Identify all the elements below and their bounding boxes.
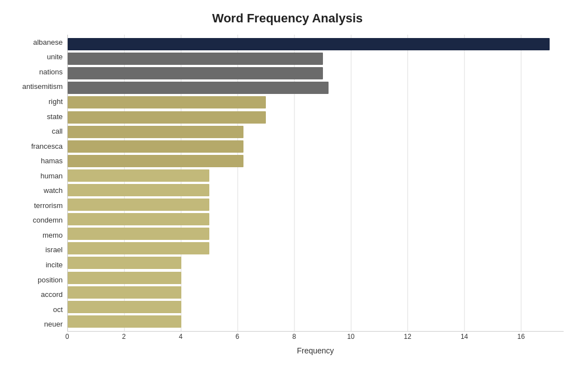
- bar-human: [68, 169, 209, 182]
- y-axis: albaneseunitenationsantisemitismrightsta…: [11, 35, 67, 332]
- bar-row: [68, 256, 564, 270]
- x-tick-label: 0: [65, 333, 69, 341]
- bar-accord: [68, 286, 181, 299]
- bar-row: [68, 197, 564, 212]
- bar-state: [68, 111, 266, 124]
- y-label: human: [11, 172, 63, 180]
- bar-row: [68, 226, 564, 241]
- bar-terrorism: [68, 199, 209, 211]
- y-label: hamas: [11, 157, 63, 164]
- y-label: right: [11, 98, 63, 105]
- y-label: neuer: [11, 320, 63, 328]
- bar-call: [68, 126, 243, 138]
- chart-container: Word Frequency Analysis albaneseunitenat…: [0, 0, 586, 392]
- bar-row: [68, 212, 564, 226]
- bar-right: [68, 96, 266, 108]
- bar-row: [68, 95, 564, 110]
- y-label: israel: [11, 246, 63, 253]
- bar-albanese: [68, 38, 550, 50]
- bar-row: [68, 110, 564, 124]
- x-tick-label: 4: [179, 333, 182, 341]
- bar-row: [68, 300, 564, 314]
- x-tick-label: 6: [236, 333, 240, 341]
- bar-row: [68, 66, 564, 81]
- x-tick-label: 12: [404, 333, 411, 341]
- x-tick-label: 10: [347, 333, 354, 341]
- bar-incite: [68, 257, 181, 269]
- bar-row: [68, 241, 564, 256]
- bar-israel: [68, 242, 209, 254]
- x-ticks: 0246810121416: [67, 333, 564, 344]
- bar-row: [68, 125, 564, 139]
- bar-row: [68, 285, 564, 300]
- bar-row: [68, 81, 564, 95]
- y-label: accord: [11, 291, 63, 298]
- y-label: terrorism: [11, 202, 63, 209]
- chart-title: Word Frequency Analysis: [11, 11, 564, 26]
- x-tick-label: 2: [122, 333, 126, 341]
- bar-row: [68, 314, 564, 329]
- bar-row: [68, 51, 564, 66]
- bars-wrapper: [68, 35, 564, 331]
- bar-condemn: [68, 213, 209, 225]
- bar-unite: [68, 53, 323, 65]
- bar-row: [68, 154, 564, 168]
- x-tick-label: 16: [517, 333, 524, 341]
- y-label: nations: [11, 68, 63, 75]
- y-label: antisemitism: [11, 83, 63, 90]
- y-label: unite: [11, 53, 63, 60]
- x-axis-label: Frequency: [67, 346, 564, 355]
- bar-oct: [68, 301, 181, 313]
- y-label: memo: [11, 232, 63, 239]
- bar-row: [68, 168, 564, 183]
- bar-row: [68, 271, 564, 285]
- y-label: call: [11, 127, 63, 135]
- x-axis: 0246810121416 Frequency: [67, 333, 564, 355]
- bar-row: [68, 37, 564, 51]
- y-label: watch: [11, 187, 63, 194]
- bar-watch: [68, 184, 209, 196]
- x-tick-label: 8: [292, 333, 296, 341]
- bar-row: [68, 183, 564, 197]
- bar-francesca: [68, 140, 243, 153]
- bar-row: [68, 139, 564, 154]
- bar-nations: [68, 67, 323, 79]
- bar-hamas: [68, 155, 243, 167]
- y-label: albanese: [11, 39, 63, 46]
- bar-neuer: [68, 315, 181, 328]
- bar-antisemitism: [68, 82, 329, 94]
- y-label: position: [11, 276, 63, 284]
- plot-area: [67, 35, 564, 332]
- bar-position: [68, 272, 181, 284]
- y-label: francesca: [11, 143, 63, 150]
- y-label: incite: [11, 261, 63, 268]
- y-label: oct: [11, 306, 63, 313]
- x-tick-label: 14: [461, 333, 468, 341]
- y-label: condemn: [11, 216, 63, 224]
- y-label: state: [11, 113, 63, 120]
- bar-memo: [68, 228, 209, 240]
